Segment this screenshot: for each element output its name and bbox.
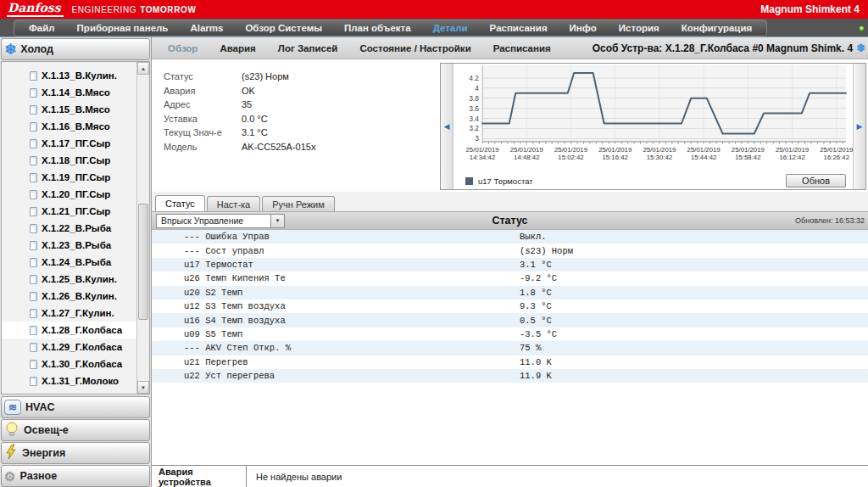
document-icon <box>30 207 37 216</box>
document-icon <box>30 156 37 165</box>
info-field-label: Статус <box>164 71 242 81</box>
svg-text:4.2: 4.2 <box>469 74 479 82</box>
scroll-down-button[interactable]: ▼ <box>137 381 149 394</box>
tab-overview[interactable]: Обзор <box>157 43 209 53</box>
parameter-group-dropdown[interactable]: Впрыск Управление ▼ <box>156 214 285 228</box>
info-field-label: Модель <box>164 142 242 152</box>
sub-tab-manual-mode[interactable]: Ручн Режим <box>262 196 335 211</box>
menu-item-history[interactable]: История <box>608 23 670 33</box>
menu-item-schedules[interactable]: Расписания <box>479 23 559 33</box>
trend-chart: 33.23.43.63.844.225/01/201914:34:4225/01… <box>453 64 853 174</box>
tab-status-settings[interactable]: Состояние / Настройки <box>348 43 481 53</box>
status-param-value: 9.3 °C <box>520 301 552 311</box>
chart-scroll-left-button[interactable]: ◀ <box>441 64 453 189</box>
info-field-value: OK <box>242 86 255 96</box>
sidebar-section-label: Энергия <box>22 447 65 459</box>
sidebar-device-item[interactable]: Х.1.13_В.Кулин. <box>2 67 136 84</box>
tagline-tomorrow: TOMORROW <box>140 5 196 14</box>
menu-item-configuration[interactable]: Конфигурация <box>670 23 763 33</box>
svg-text:3.8: 3.8 <box>469 94 479 103</box>
sidebar-device-item[interactable]: Х.1.20_ПГ.Сыр <box>2 186 136 203</box>
status-param-name: u22 Уст перегрева <box>152 371 520 381</box>
menu-item-system-overview[interactable]: Обзор Системы <box>234 23 333 33</box>
svg-text:3.4: 3.4 <box>469 115 479 123</box>
status-param-value: -9.2 °C <box>520 273 557 283</box>
sidebar-device-item[interactable]: Х.1.31_Г.Молоко <box>2 372 136 389</box>
menu-item-details[interactable]: Детали <box>422 23 479 33</box>
sub-tab-settings[interactable]: Наст-ка <box>207 196 260 211</box>
sidebar-section-refrigeration[interactable]: ❄ Холод <box>1 38 150 60</box>
chart-scroll-right-button[interactable]: ▶ <box>853 64 865 189</box>
tagline-engineering: ENGINEERING <box>72 5 137 14</box>
info-field-value: AK-CC525A-015x <box>242 142 315 152</box>
sidebar: ❄ Холод Х.1.13_В.Кулин.Х.1.14_В.МясоХ.1.… <box>0 37 151 487</box>
svg-text:3.6: 3.6 <box>469 104 479 113</box>
sidebar-section-hvac[interactable]: ≋ HVAC <box>1 396 150 418</box>
sidebar-section-energy[interactable]: Энергия <box>1 442 150 464</box>
sidebar-device-item[interactable]: Х.1.29_Г.Колбаса <box>2 339 136 355</box>
sidebar-section-lighting[interactable]: Освещ-е <box>1 419 150 441</box>
sidebar-device-item[interactable]: Х.1.24_В.Рыба <box>2 254 136 271</box>
svg-text:14:34:42: 14:34:42 <box>470 154 495 161</box>
sidebar-device-item[interactable]: Х.1.17_ПГ.Сыр <box>2 135 136 152</box>
svg-text:15:30:42: 15:30:42 <box>647 154 672 161</box>
sidebar-device-item[interactable]: Х.1.28_Г.Колбаса <box>2 322 136 339</box>
legend-swatch <box>465 177 473 185</box>
device-list-scrollbar[interactable]: ▲ ▼ <box>136 62 149 394</box>
sidebar-device-item[interactable]: Х.1.16_В.Мясо <box>2 118 136 135</box>
sidebar-device-item[interactable]: Х.1.23_В.Рыба <box>2 237 136 254</box>
scrollbar-thumb[interactable] <box>138 204 148 320</box>
refresh-button[interactable]: Обнов <box>786 174 846 188</box>
menu-item-dashboard[interactable]: Приборная панель <box>66 23 180 33</box>
sidebar-device-item[interactable]: Х.1.22_В.Рыба <box>2 220 136 237</box>
scrollbar-track[interactable] <box>137 75 149 381</box>
status-param-name: u17 Термостат <box>152 260 520 270</box>
info-field-row: МодельAK-CC525A-015x <box>164 140 440 154</box>
menu-item-file[interactable]: Файл <box>18 23 66 33</box>
sidebar-device-item[interactable]: Х.1.15_В.Мясо <box>2 101 136 118</box>
site-name: Magnum Shimkent 4 <box>760 3 868 15</box>
status-param-name: --- Сост управл <box>152 246 520 256</box>
document-icon <box>30 394 37 395</box>
menu-item-alarms[interactable]: Alarms <box>179 23 234 33</box>
status-table-row: u26 Темп Кипения Te-9.2 °C <box>152 271 868 285</box>
brand-tagline: ENGINEERINGTOMORROW <box>72 5 197 14</box>
document-icon <box>30 343 37 352</box>
status-param-name: --- AKV Степ Откр. % <box>152 343 520 353</box>
device-alarm-tab[interactable]: Авария устройства <box>152 466 247 487</box>
document-icon <box>30 258 37 267</box>
detail-tab-bar: ОбзорАварияЛог ЗаписейСостояние / Настро… <box>152 37 868 59</box>
menu-item-site-plan[interactable]: План объекта <box>333 23 422 33</box>
sidebar-device-label: Х.1.18_ПГ.Сыр <box>42 155 110 165</box>
tab-alarm[interactable]: Авария <box>209 43 266 53</box>
sidebar-device-item[interactable]: Х.1.19_ПГ.Сыр <box>2 169 136 186</box>
device-title: Особ Устр-ва: Х.1.28_Г.Колбаса #0 Magnum… <box>593 41 868 55</box>
sidebar-device-label: Х.1.29_Г.Колбаса <box>42 342 122 352</box>
sidebar-device-item[interactable]: Х.1.14_В.Мясо <box>2 84 136 101</box>
sidebar-device-item[interactable]: Х.1.21_ПГ.Сыр <box>2 203 136 220</box>
sidebar-device-item[interactable]: Х.1.18_ПГ.Сыр <box>2 152 136 169</box>
tab-schedules[interactable]: Расписания <box>482 43 562 53</box>
sidebar-device-item[interactable]: Х.1.32_Г.Майонез <box>2 389 136 394</box>
sidebar-device-item[interactable]: Х.1.26_В.Кулин. <box>2 288 136 305</box>
info-field-row: Статус(s23) Норм <box>164 70 440 84</box>
status-table-row: u17 Термостат3.1 °C <box>152 258 868 271</box>
sidebar-device-item[interactable]: Х.1.30_Г.Колбаса <box>2 355 136 372</box>
svg-text:25/01/2019: 25/01/2019 <box>466 146 499 154</box>
sidebar-section-misc[interactable]: ⚙ Разное <box>1 465 150 487</box>
sidebar-device-item[interactable]: Х.1.27_Г.Кулин. <box>2 305 136 322</box>
sub-tab-status[interactable]: Статус <box>155 195 205 211</box>
info-field-row: Уставка0.0 °C <box>164 112 440 126</box>
menu-item-info[interactable]: Инфо <box>559 23 608 33</box>
info-field-value: 3.1 °C <box>242 127 268 137</box>
sidebar-device-item[interactable]: Х.1.25_В.Кулин. <box>2 271 136 288</box>
tab-log[interactable]: Лог Записей <box>267 43 349 53</box>
sidebar-device-label: Х.1.27_Г.Кулин. <box>42 308 114 318</box>
sidebar-device-label: Х.1.15_В.Мясо <box>42 104 110 115</box>
dropdown-value: Впрыск Управление <box>157 216 270 226</box>
info-field-value: (s23) Норм <box>242 71 289 81</box>
scroll-up-button[interactable]: ▲ <box>137 62 149 75</box>
status-param-value: 11.0 K <box>520 357 552 367</box>
sidebar-device-label: Х.1.32_Г.Майонез <box>42 393 124 394</box>
status-table-row: u09 S5 Темп-3.5 °C <box>152 327 868 341</box>
